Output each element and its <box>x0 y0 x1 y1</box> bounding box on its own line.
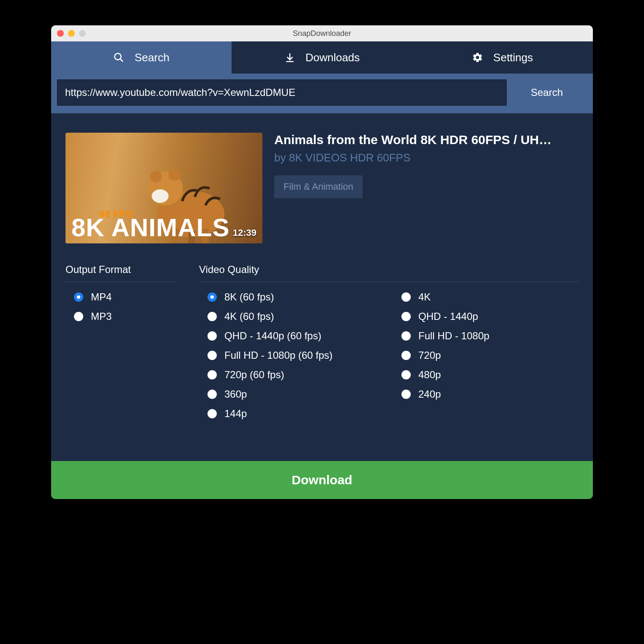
video-author: by 8K VIDEOS HDR 60FPS <box>274 151 579 164</box>
quality-label: 720p <box>418 349 441 361</box>
format-label: MP4 <box>91 291 112 303</box>
video-info: 60 FPS 8K ANIMALS 12:39 Animals from the… <box>65 133 579 243</box>
tab-downloads[interactable]: Downloads <box>232 41 412 74</box>
window-title: SnapDownloader <box>51 29 593 38</box>
close-window-button[interactable] <box>57 30 64 37</box>
svg-line-1 <box>120 59 123 62</box>
quality-option[interactable]: 720p (60 fps) <box>207 369 385 381</box>
app-window: SnapDownloader Search Downloads Settings… <box>51 25 593 499</box>
video-category-tag[interactable]: Film & Animation <box>274 175 363 198</box>
quality-option[interactable]: 240p <box>401 388 579 400</box>
author-prefix: by <box>274 151 289 164</box>
quality-label: 4K (60 fps) <box>224 311 274 322</box>
quality-label: QHD - 1440p (60 fps) <box>224 330 321 342</box>
format-label: MP3 <box>91 311 112 322</box>
radio-icon <box>207 312 217 321</box>
radio-icon <box>207 390 217 399</box>
quality-label: Full HD - 1080p (60 fps) <box>224 349 333 361</box>
svg-point-6 <box>152 189 169 203</box>
radio-icon <box>207 370 217 379</box>
quality-option[interactable]: 144p <box>207 408 385 420</box>
quality-option[interactable]: 720p <box>401 349 579 361</box>
titlebar: SnapDownloader <box>51 25 593 41</box>
quality-label: 8K (60 fps) <box>224 291 274 303</box>
quality-option[interactable]: 8K (60 fps) <box>207 291 385 303</box>
quality-label: 4K <box>418 291 431 303</box>
quality-option[interactable]: 4K (60 fps) <box>207 311 385 322</box>
radio-icon <box>207 409 217 418</box>
quality-label: 720p (60 fps) <box>224 369 284 381</box>
radio-icon <box>401 331 411 341</box>
quality-option[interactable]: 360p <box>207 388 385 400</box>
video-quality-section: Video Quality 8K (60 fps)4K (60 fps)QHD … <box>199 264 579 427</box>
svg-point-0 <box>115 53 121 60</box>
radio-icon <box>74 312 83 321</box>
quality-label: 240p <box>418 388 441 400</box>
svg-point-7 <box>150 171 162 183</box>
quality-option[interactable]: 4K <box>401 291 579 303</box>
quality-label: QHD - 1440p <box>418 311 478 322</box>
window-controls <box>57 30 86 37</box>
download-icon <box>284 52 295 63</box>
author-name: 8K VIDEOS HDR 60FPS <box>289 151 411 164</box>
video-meta: Animals from the World 8K HDR 60FPS / UH… <box>274 133 579 243</box>
search-bar: Search <box>51 74 593 113</box>
quality-heading: Video Quality <box>199 264 579 282</box>
quality-label: 144p <box>224 408 247 420</box>
format-option[interactable]: MP3 <box>74 311 175 322</box>
minimize-window-button[interactable] <box>68 30 75 37</box>
quality-label: 360p <box>224 388 247 400</box>
radio-icon <box>207 351 217 360</box>
tab-label: Settings <box>493 51 533 64</box>
options-row: Output Format MP4MP3 Video Quality 8K (6… <box>65 264 579 427</box>
search-button[interactable]: Search <box>507 79 587 106</box>
maximize-window-button[interactable] <box>79 30 86 37</box>
radio-icon <box>401 312 411 321</box>
video-duration: 12:39 <box>233 227 257 238</box>
format-option[interactable]: MP4 <box>74 291 175 303</box>
tab-settings[interactable]: Settings <box>412 41 593 74</box>
search-icon <box>113 52 124 63</box>
radio-icon <box>207 292 217 302</box>
quality-label: Full HD - 1080p <box>418 330 489 342</box>
radio-icon <box>401 370 411 379</box>
quality-label: 480p <box>418 369 441 381</box>
radio-icon <box>401 292 411 302</box>
thumb-big-text: 8K ANIMALS <box>71 213 229 242</box>
main-tabs: Search Downloads Settings <box>51 41 593 74</box>
tab-search[interactable]: Search <box>51 41 232 74</box>
quality-option[interactable]: QHD - 1440p (60 fps) <box>207 330 385 342</box>
thumbnail-text: 60 FPS 8K ANIMALS <box>71 209 229 239</box>
radio-icon <box>401 390 411 399</box>
tab-label: Downloads <box>306 51 360 64</box>
url-input[interactable] <box>57 79 507 106</box>
radio-icon <box>207 331 217 341</box>
radio-icon <box>74 292 83 302</box>
quality-option[interactable]: Full HD - 1080p (60 fps) <box>207 349 385 361</box>
content-area: 60 FPS 8K ANIMALS 12:39 Animals from the… <box>51 113 593 440</box>
format-heading: Output Format <box>65 264 175 282</box>
video-thumbnail[interactable]: 60 FPS 8K ANIMALS 12:39 <box>65 133 262 243</box>
output-format-section: Output Format MP4MP3 <box>65 264 175 427</box>
gear-icon <box>472 52 483 63</box>
svg-point-8 <box>169 169 180 181</box>
video-title: Animals from the World 8K HDR 60FPS / UH… <box>274 133 579 147</box>
quality-option[interactable]: 480p <box>401 369 579 381</box>
quality-option[interactable]: Full HD - 1080p <box>401 330 579 342</box>
tab-label: Search <box>134 51 169 64</box>
radio-icon <box>401 351 411 360</box>
download-button[interactable]: Download <box>51 461 593 499</box>
quality-option[interactable]: QHD - 1440p <box>401 311 579 322</box>
